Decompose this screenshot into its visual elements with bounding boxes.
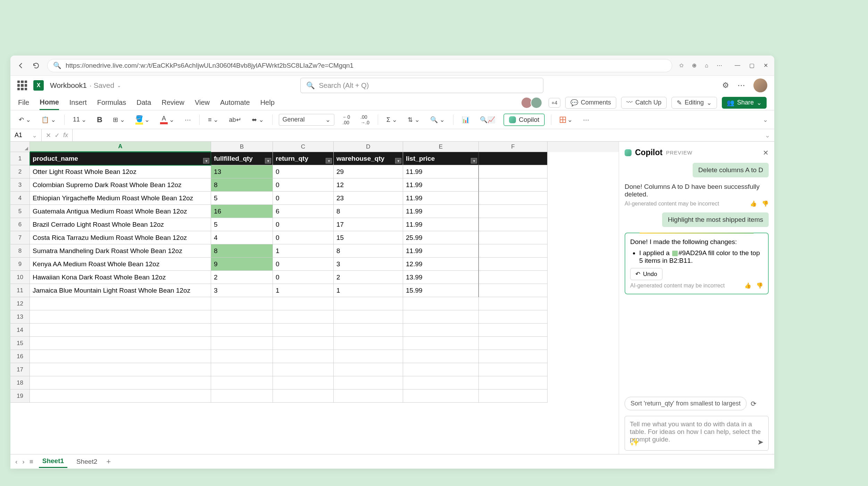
- accept-formula-icon[interactable]: ✓: [55, 132, 60, 139]
- cell[interactable]: [273, 363, 334, 376]
- cell[interactable]: [273, 389, 334, 403]
- cell[interactable]: [30, 350, 211, 363]
- cell[interactable]: [334, 324, 403, 337]
- row-header[interactable]: 4: [10, 192, 30, 205]
- table-header-cell[interactable]: warehouse_qty▾: [334, 152, 403, 165]
- back-icon[interactable]: [17, 61, 25, 70]
- thumbs-up-icon[interactable]: 👍: [744, 282, 751, 289]
- cell[interactable]: [479, 389, 548, 403]
- number-format-selector[interactable]: General⌄: [279, 114, 334, 126]
- cell[interactable]: 5: [211, 218, 273, 231]
- more-options-icon[interactable]: ⋯: [737, 81, 745, 90]
- cell[interactable]: [479, 271, 548, 284]
- expand-ribbon-icon[interactable]: ⌄: [763, 116, 768, 124]
- merge-button[interactable]: ⬌ ⌄: [250, 115, 266, 125]
- col-header-c[interactable]: C: [273, 142, 334, 152]
- suggestion-chip[interactable]: Sort 'return_qty' from smallest to large…: [625, 397, 746, 410]
- cell[interactable]: [479, 376, 548, 389]
- format-table-button[interactable]: ⌄: [558, 115, 575, 125]
- cell[interactable]: [334, 337, 403, 350]
- col-header-f[interactable]: F: [479, 142, 548, 152]
- cell[interactable]: [403, 337, 479, 350]
- cell[interactable]: 23: [334, 192, 403, 205]
- analyze-data-icon[interactable]: 📊: [460, 115, 471, 125]
- cell[interactable]: 11.99: [403, 178, 479, 192]
- row-header[interactable]: 7: [10, 231, 30, 244]
- table-header-cell[interactable]: list_price▾: [403, 152, 479, 165]
- cell[interactable]: [30, 376, 211, 389]
- tab-help[interactable]: Help: [260, 96, 275, 109]
- cancel-formula-icon[interactable]: ✕: [46, 132, 51, 139]
- row-header[interactable]: 14: [10, 324, 30, 337]
- tab-formulas[interactable]: Formulas: [97, 96, 126, 109]
- cell[interactable]: Kenya AA Medium Roast Whole Bean 12oz: [30, 258, 211, 271]
- tab-insert[interactable]: Insert: [69, 96, 87, 109]
- cell[interactable]: 11.99: [403, 244, 479, 258]
- row-header[interactable]: 5: [10, 205, 30, 218]
- row-header[interactable]: 17: [10, 363, 30, 376]
- cell[interactable]: Jamaica Blue Mountain Light Roast Whole …: [30, 284, 211, 297]
- cell[interactable]: [479, 152, 548, 165]
- cell[interactable]: [211, 389, 273, 403]
- cell[interactable]: 17: [334, 218, 403, 231]
- cell[interactable]: 15: [334, 231, 403, 244]
- file-name[interactable]: Workbook1 · Saved ⌄: [50, 81, 121, 90]
- cell[interactable]: 8: [334, 205, 403, 218]
- cell[interactable]: [403, 350, 479, 363]
- cell[interactable]: [211, 310, 273, 324]
- cell[interactable]: 0: [273, 192, 334, 205]
- add-sheet-icon[interactable]: +: [106, 457, 111, 466]
- cell[interactable]: [479, 165, 548, 178]
- cell[interactable]: Ethiopian Yirgacheffe Medium Roast Whole…: [30, 192, 211, 205]
- catchup-button[interactable]: 〰 Catch Up: [621, 97, 667, 109]
- cell[interactable]: [479, 337, 548, 350]
- cell[interactable]: [479, 324, 548, 337]
- cell[interactable]: 0: [273, 231, 334, 244]
- cell[interactable]: [403, 389, 479, 403]
- cell[interactable]: [30, 297, 211, 310]
- cell[interactable]: [273, 350, 334, 363]
- prompt-guide-icon[interactable]: ✨: [630, 438, 639, 447]
- cell[interactable]: 13: [211, 165, 273, 178]
- settings-icon[interactable]: ⚙: [722, 81, 729, 90]
- cell[interactable]: 0: [273, 258, 334, 271]
- cell[interactable]: [211, 337, 273, 350]
- decrease-decimal-button[interactable]: .00→.0: [358, 113, 372, 127]
- cell[interactable]: 16: [211, 205, 273, 218]
- cell[interactable]: 0: [273, 165, 334, 178]
- filter-icon[interactable]: ▾: [326, 158, 332, 164]
- refresh-icon[interactable]: [32, 61, 40, 70]
- cell[interactable]: 13.99: [403, 271, 479, 284]
- cell[interactable]: [30, 363, 211, 376]
- cell[interactable]: Costa Rica Tarrazu Medium Roast Whole Be…: [30, 231, 211, 244]
- cell[interactable]: [479, 363, 548, 376]
- sheet-tab[interactable]: Sheet1: [39, 455, 67, 468]
- table-header-cell[interactable]: return_qty▾: [273, 152, 334, 165]
- presence-avatars[interactable]: [523, 97, 542, 109]
- cell[interactable]: 5: [211, 192, 273, 205]
- row-header[interactable]: 12: [10, 297, 30, 310]
- cell[interactable]: 11.99: [403, 165, 479, 178]
- cell[interactable]: Otter Light Roast Whole Bean 12oz: [30, 165, 211, 178]
- app-launcher-icon[interactable]: [17, 81, 27, 90]
- row-header[interactable]: 1: [10, 152, 30, 165]
- cell[interactable]: [403, 310, 479, 324]
- col-header-b[interactable]: B: [211, 142, 273, 152]
- cell[interactable]: [211, 376, 273, 389]
- fill-color-button[interactable]: 🪣 ⌄: [133, 114, 152, 126]
- undo-button[interactable]: ↶ ⌄: [17, 115, 33, 125]
- thumbs-down-icon[interactable]: 👎: [756, 282, 763, 289]
- refresh-suggestions-icon[interactable]: ⟳: [751, 400, 757, 408]
- cell[interactable]: Hawaiian Kona Dark Roast Whole Bean 12oz: [30, 271, 211, 284]
- search-input[interactable]: 🔍 Search (Alt + Q): [300, 78, 543, 93]
- cell[interactable]: [334, 363, 403, 376]
- all-sheets-icon[interactable]: ≡: [30, 458, 33, 466]
- comments-button[interactable]: 💬 Comments: [565, 97, 616, 109]
- collections-icon[interactable]: ⊕: [692, 62, 696, 69]
- bold-button[interactable]: B: [95, 114, 105, 126]
- cell[interactable]: 12.99: [403, 258, 479, 271]
- cell[interactable]: [479, 244, 548, 258]
- cell[interactable]: 3: [211, 284, 273, 297]
- cell[interactable]: Guatemala Antigua Medium Roast Whole Bea…: [30, 205, 211, 218]
- cell[interactable]: 8: [334, 244, 403, 258]
